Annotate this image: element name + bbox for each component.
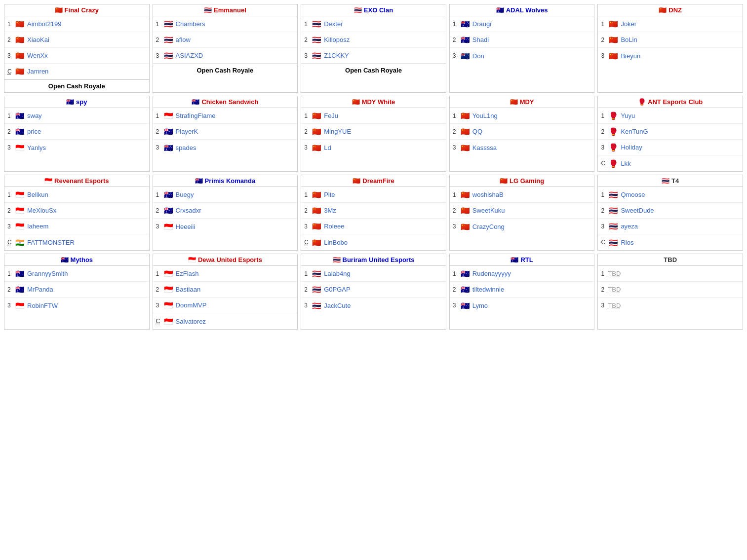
player-number: 1	[156, 191, 163, 198]
team-name: 🇨🇳DreamFire	[301, 175, 446, 187]
team-name: 🇹🇭Emmanuel	[153, 4, 298, 16]
player-number: 2	[601, 286, 608, 293]
player-flag-icon: 🥊	[609, 144, 618, 151]
player-flag-icon: 🇮🇩	[164, 318, 173, 325]
player-number: 3	[601, 223, 608, 230]
player-number: 3	[7, 144, 14, 151]
player-name: Bieyun	[621, 52, 640, 60]
player-number: 3	[453, 144, 460, 151]
player-name: Iaheem	[27, 223, 48, 230]
player-row: 1🇨🇳Pite	[301, 187, 446, 203]
player-name: Don	[472, 52, 484, 60]
player-name: DoomMVP	[176, 301, 207, 309]
player-flag-icon: 🇨🇳	[312, 223, 321, 230]
player-number: 2	[156, 286, 163, 293]
player-number: 3	[156, 302, 163, 309]
team-flag-icon: 🇨🇳	[55, 6, 63, 14]
player-number: 2	[601, 207, 608, 214]
team-flag-icon: 🥊	[638, 98, 646, 106]
player-number: 3	[7, 223, 14, 230]
player-number: 3	[304, 223, 311, 230]
player-row: 3🇨🇳Ld	[301, 140, 446, 155]
player-row: 3🇹🇭Z1CKKY	[301, 48, 446, 64]
player-number: 1	[156, 270, 163, 277]
player-name: Bastiaan	[176, 286, 201, 293]
player-flag-icon: 🇨🇳	[312, 239, 321, 246]
team-flag-icon: 🇦🇺	[195, 177, 203, 185]
player-flag-icon: 🇨🇳	[312, 191, 321, 198]
player-row: C🇹🇭Rios	[598, 234, 743, 250]
team-name: TBD	[598, 254, 743, 266]
player-row: 2🇹🇭SweetDude	[598, 203, 743, 219]
player-number: C	[156, 318, 163, 325]
team-flag-icon: 🇦🇺	[511, 256, 518, 263]
team-flag-icon: 🇨🇳	[352, 98, 360, 106]
player-number: 2	[304, 207, 311, 214]
player-number: 1	[453, 270, 460, 277]
player-name: tiltedwinnie	[472, 286, 504, 293]
team-name: 🇮🇩Revenant Esports	[4, 175, 149, 187]
player-flag-icon: 🇹🇭	[312, 302, 321, 309]
player-number: 3	[453, 223, 460, 230]
player-flag-icon: 🇹🇭	[609, 191, 618, 198]
player-row: 3🇹🇭ASIAZXD	[153, 48, 298, 64]
player-number: 1	[601, 21, 608, 28]
player-row: 1🥊Yuyu	[598, 108, 743, 124]
player-number: 1	[304, 191, 311, 198]
player-name: Jamren	[27, 68, 48, 75]
player-row: C🇮🇳FATTMONSTER	[4, 234, 149, 250]
player-number: 1	[453, 21, 460, 28]
player-flag-icon: 🇹🇭	[609, 223, 618, 230]
player-number: 2	[7, 37, 14, 43]
player-flag-icon: 🇨🇳	[461, 207, 470, 214]
player-row: C🇨🇳Jamren	[4, 64, 149, 79]
team-flag-icon: 🇹🇭	[662, 177, 669, 185]
player-flag-icon: 🇨🇳	[461, 191, 470, 198]
player-row: 3🇮🇩DoomMVP	[153, 298, 298, 313]
player-name: Killoposz	[324, 36, 350, 43]
player-name: CrazyCong	[472, 223, 505, 230]
player-row: 2🇹🇭G0PGAP	[301, 282, 446, 298]
player-row: 2🇦🇺tiltedwinnie	[450, 282, 594, 298]
player-row: 1🇹🇭Lalab4ng	[301, 266, 446, 282]
player-name: Qmoose	[621, 191, 645, 198]
player-name: Ld	[324, 144, 331, 151]
player-row: 2🇦🇺price	[4, 124, 149, 140]
player-row: 2🇨🇳3Mz	[301, 203, 446, 219]
player-name: Chambers	[176, 20, 205, 28]
team-flag-icon: 🇨🇳	[353, 177, 360, 185]
team-name: 🇨🇳DNZ	[598, 4, 743, 16]
player-flag-icon: 🇨🇳	[15, 52, 25, 59]
player-name: MrPanda	[27, 286, 53, 293]
player-number: 3	[304, 52, 311, 59]
player-number: 3	[156, 223, 163, 230]
player-flag-icon: 🇮🇩	[15, 302, 25, 309]
team-footer: Open Cash Royale	[301, 64, 446, 76]
player-flag-icon: 🇨🇳	[609, 36, 618, 43]
player-flag-icon: 🇹🇭	[164, 20, 173, 28]
player-name: Lkk	[621, 160, 630, 167]
player-number: 1	[304, 112, 311, 119]
player-row: 2🇦🇺Shadi	[450, 32, 594, 48]
team-card: 🇦🇺spy1🇦🇺sway2🇦🇺price3🇮🇩Yanlys	[4, 96, 150, 172]
player-name: Joker	[621, 20, 636, 28]
team-footer: Open Cash Royale	[153, 64, 298, 76]
player-row: 3🇨🇳WenXx	[4, 48, 149, 64]
player-number: 1	[304, 21, 311, 28]
team-name: 🇦🇺RTL	[450, 254, 594, 266]
team-card: 🥊ANT Esports Club1🥊Yuyu2🥊KenTunG3🥊Holida…	[597, 96, 743, 172]
player-number: 1	[7, 112, 14, 119]
team-card: 🇨🇳Final Crazy1🇨🇳Aimbot21992🇨🇳XiaoKai3🇨🇳W…	[4, 4, 150, 93]
player-flag-icon: 🇨🇳	[461, 223, 470, 230]
player-flag-icon: 🇨🇳	[461, 112, 470, 119]
player-name: LinBobo	[324, 239, 348, 246]
team-footer: Open Cash Royale	[4, 79, 149, 92]
player-row: C🇨🇳LinBobo	[301, 234, 446, 250]
player-number: 3	[7, 52, 14, 59]
player-name: ayeza	[621, 223, 638, 230]
player-number: C	[601, 160, 608, 167]
team-flag-icon: 🇨🇳	[510, 98, 518, 106]
player-row: 1TBD	[598, 266, 743, 282]
team-name: 🇦🇺spy	[4, 96, 149, 108]
player-flag-icon: 🇦🇺	[164, 191, 173, 198]
